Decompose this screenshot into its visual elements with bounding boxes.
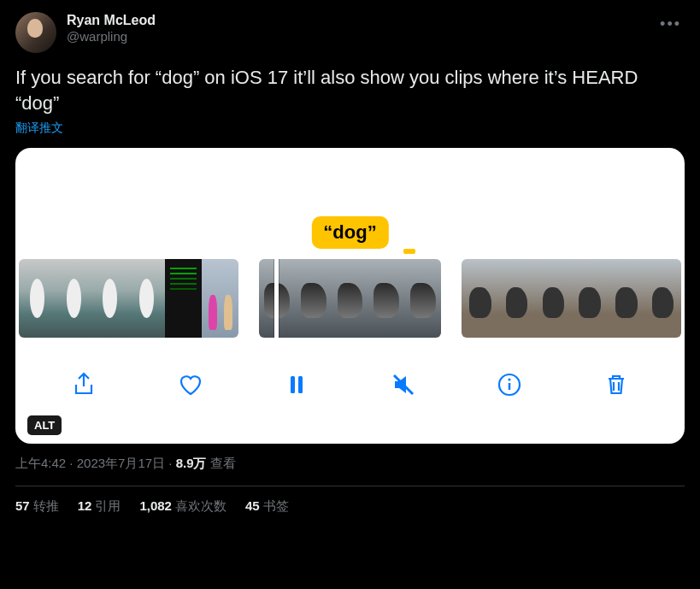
retweets-stat[interactable]: 57转推 xyxy=(15,498,59,515)
timeline-frame xyxy=(498,259,535,338)
tweet-text: If you search for “dog” on iOS 17 it’ll … xyxy=(15,65,685,115)
share-button[interactable] xyxy=(67,369,101,403)
caption-bubble: “dog” xyxy=(311,216,388,249)
user-handle: @warpling xyxy=(67,29,156,45)
timeline-frame xyxy=(202,259,238,338)
display-name: Ryan McLeod xyxy=(67,12,156,29)
likes-stat[interactable]: 1,082喜欢次数 xyxy=(139,498,226,515)
timeline-frame xyxy=(92,259,129,338)
delete-button[interactable] xyxy=(599,369,633,403)
share-icon xyxy=(70,371,97,402)
caption-marker xyxy=(403,249,415,254)
tweet-date: 2023年7月17日 xyxy=(77,456,165,470)
alt-badge[interactable]: ALT xyxy=(27,415,62,435)
svg-rect-1 xyxy=(298,376,303,393)
timeline-frame xyxy=(462,259,498,338)
speaker-muted-icon xyxy=(390,371,417,402)
clip-group[interactable] xyxy=(19,259,238,338)
info-icon xyxy=(496,371,523,402)
timeline-frame xyxy=(644,259,681,338)
playhead[interactable] xyxy=(274,259,279,338)
more-options-button[interactable]: ••• xyxy=(656,12,685,37)
svg-point-5 xyxy=(509,379,511,381)
clip-group[interactable] xyxy=(259,259,442,338)
avatar[interactable] xyxy=(15,12,56,53)
timeline-frame xyxy=(165,259,202,338)
tweet-container: Ryan McLeod @warpling ••• If you search … xyxy=(0,0,700,527)
tweet-meta[interactable]: 上午4:42 · 2023年7月17日 · 8.9万 查看 xyxy=(15,456,685,472)
timeline-frame xyxy=(128,259,165,338)
tweet-time: 上午4:42 xyxy=(15,456,66,470)
timeline-frame xyxy=(535,259,572,338)
media-attachment[interactable]: “dog” xyxy=(15,148,685,444)
media-toolbar xyxy=(15,362,685,411)
trash-icon xyxy=(603,371,630,402)
view-label: 查看 xyxy=(207,456,236,470)
favorite-button[interactable] xyxy=(174,369,208,403)
quotes-stat[interactable]: 12引用 xyxy=(78,498,121,515)
svg-rect-0 xyxy=(291,376,295,393)
info-button[interactable] xyxy=(492,369,526,403)
tweet-header: Ryan McLeod @warpling ••• xyxy=(15,12,685,53)
mute-button[interactable] xyxy=(386,369,421,403)
bookmarks-stat[interactable]: 45书签 xyxy=(245,498,289,515)
timeline-frame xyxy=(19,259,56,338)
clip-group[interactable] xyxy=(462,259,681,338)
timeline-frame xyxy=(56,259,92,338)
view-count: 8.9万 xyxy=(176,456,207,470)
timeline-frame xyxy=(332,259,368,338)
user-info[interactable]: Ryan McLeod @warpling xyxy=(67,12,156,45)
timeline-frame xyxy=(368,259,405,338)
timeline-frame xyxy=(608,259,644,338)
translate-link[interactable]: 翻译推文 xyxy=(15,121,63,136)
video-timeline[interactable] xyxy=(15,259,685,338)
pause-button[interactable] xyxy=(279,369,314,403)
timeline-frame xyxy=(295,259,332,338)
timeline-frame xyxy=(572,259,609,338)
pause-icon xyxy=(283,371,310,402)
timeline-frame xyxy=(405,259,442,338)
engagement-stats: 57转推 12引用 1,082喜欢次数 45书签 xyxy=(15,486,685,527)
heart-icon xyxy=(177,371,204,402)
